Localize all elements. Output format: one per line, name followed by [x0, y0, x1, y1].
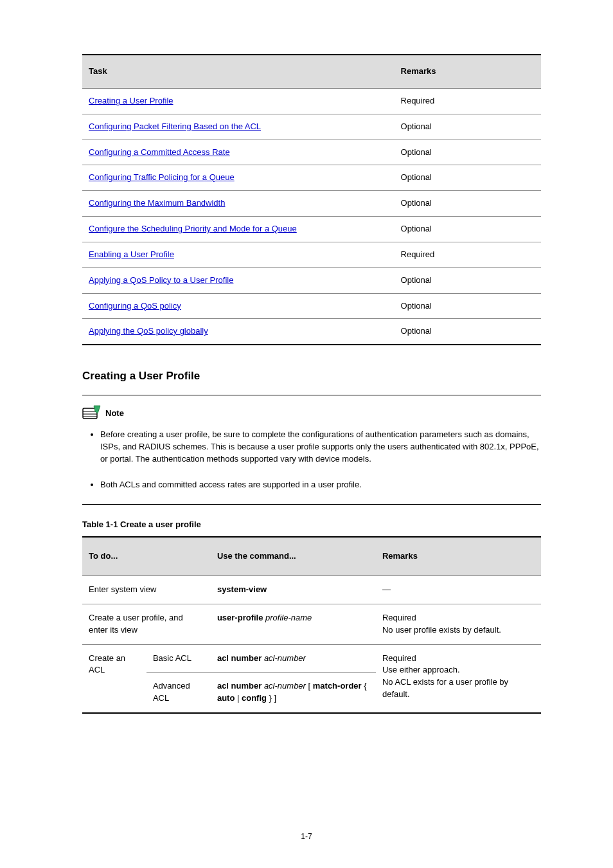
steps-header-remarks: Remarks — [376, 537, 541, 575]
steps-header-command: Use the command... — [211, 537, 376, 575]
note-item: Both ACLs and committed access rates are… — [100, 478, 541, 493]
task-link[interactable]: Configuring a QoS policy — [89, 301, 181, 311]
step-command: acl number acl-number [ match-order { au… — [211, 673, 376, 713]
table-row: Configuring the Maximum Bandwidth Option… — [82, 191, 541, 217]
section-heading: Creating a User Profile — [82, 368, 541, 384]
table-row: Configure the Scheduling Priority and Mo… — [82, 217, 541, 242]
task-remarks: Optional — [395, 191, 541, 217]
task-remarks: Optional — [395, 267, 541, 293]
tasks-header-remarks: Remarks — [395, 55, 541, 88]
table-row: Creating a User Profile Required — [82, 88, 541, 114]
task-remarks: Optional — [395, 217, 541, 242]
tasks-header-task: Task — [82, 55, 395, 88]
task-link[interactable]: Configuring Traffic Policing for a Queue — [89, 172, 235, 182]
step-todo: Create a user profile, and enter its vie… — [82, 604, 211, 644]
page-number: 1-7 — [301, 831, 312, 842]
table-row: Create an ACL Basic ACL acl number acl-n… — [82, 644, 541, 673]
table-row: Configuring Traffic Policing for a Queue… — [82, 165, 541, 191]
note-icon — [82, 404, 102, 420]
table-row: Enabling a User Profile Required — [82, 242, 541, 267]
step-sub-todo: Basic ACL — [147, 644, 211, 673]
task-remarks: Optional — [395, 293, 541, 319]
task-link[interactable]: Creating a User Profile — [89, 96, 173, 105]
steps-table: To do... Use the command... Remarks Ente… — [82, 536, 541, 714]
table-row: Applying a QoS Policy to a User Profile … — [82, 267, 541, 293]
task-link[interactable]: Applying a QoS Policy to a User Profile — [89, 275, 233, 285]
step-remarks: Required Use either approach. No ACL exi… — [376, 644, 541, 713]
step-todo-group: Create an ACL — [82, 644, 147, 713]
table-row: Configuring a Committed Access Rate Opti… — [82, 140, 541, 165]
table-row: Configuring a QoS policy Optional — [82, 293, 541, 319]
table-row: Applying the QoS policy globally Optiona… — [82, 319, 541, 345]
table-caption: Table 1-1 Create a user profile — [82, 519, 541, 531]
task-link[interactable]: Configuring the Maximum Bandwidth — [89, 198, 225, 208]
table-row: Configuring Packet Filtering Based on th… — [82, 114, 541, 140]
step-command: acl number acl-number — [211, 644, 376, 673]
step-remarks: Required No user profile exists by defau… — [376, 604, 541, 644]
note-label: Note — [105, 408, 124, 420]
tasks-table: Task Remarks Creating a User Profile Req… — [82, 54, 541, 345]
task-link[interactable]: Configuring a Committed Access Rate — [89, 147, 230, 157]
note-item: Before creating a user profile, be sure … — [100, 428, 541, 467]
step-command: user-profile profile-name — [211, 604, 376, 644]
task-remarks: Required — [395, 88, 541, 114]
task-link[interactable]: Enabling a User Profile — [89, 249, 174, 259]
task-link[interactable]: Configuring Packet Filtering Based on th… — [89, 122, 261, 131]
note-block: Note Before creating a user profile, be … — [82, 395, 541, 505]
table-row: Enter system view system-view — — [82, 575, 541, 604]
task-remarks: Required — [395, 242, 541, 267]
task-link[interactable]: Applying the QoS policy globally — [89, 326, 208, 336]
task-remarks: Optional — [395, 114, 541, 140]
task-link[interactable]: Configure the Scheduling Priority and Mo… — [89, 224, 297, 233]
step-remarks: — — [376, 575, 541, 604]
task-remarks: Optional — [395, 319, 541, 345]
step-todo: Enter system view — [82, 575, 211, 604]
task-remarks: Optional — [395, 165, 541, 191]
table-row: Create a user profile, and enter its vie… — [82, 604, 541, 644]
task-remarks: Optional — [395, 140, 541, 165]
step-command: system-view — [211, 575, 376, 604]
steps-header-todo: To do... — [82, 537, 211, 575]
step-sub-todo: Advanced ACL — [147, 673, 211, 713]
